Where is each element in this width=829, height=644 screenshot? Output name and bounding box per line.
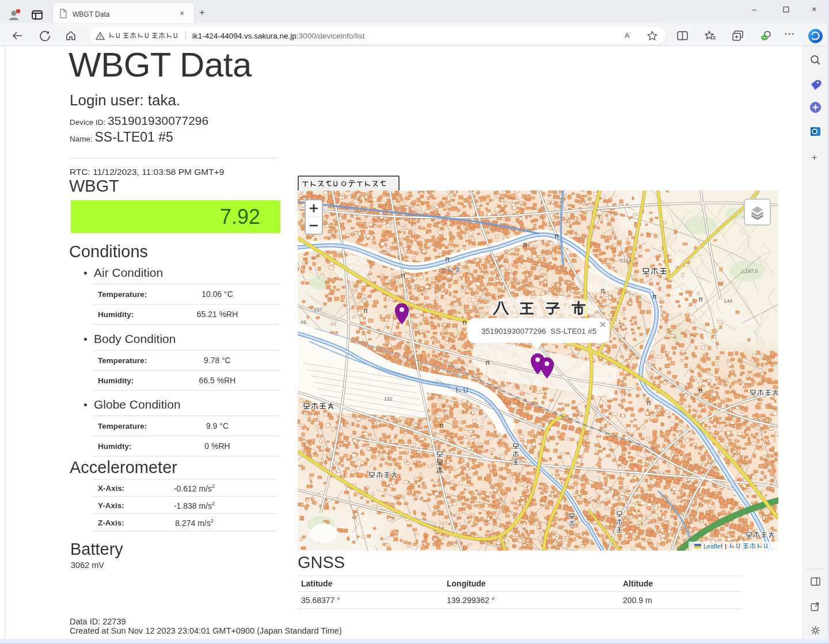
svg-text:157: 157 (314, 307, 322, 313)
svg-text:144: 144 (724, 298, 732, 304)
svg-text:△197.0: △197.0 (741, 268, 758, 274)
svg-text:152: 152 (384, 396, 393, 402)
svg-text:0144: 0144 (620, 258, 632, 264)
